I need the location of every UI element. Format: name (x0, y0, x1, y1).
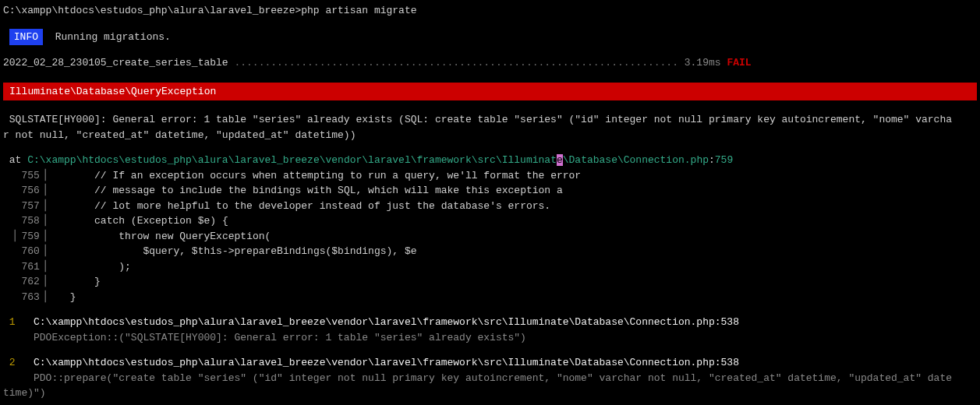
stack-2-head: 2 C:\xampp\htdocs\estudos_php\alura\lara… (3, 355, 977, 371)
info-line: INFO Running migrations. (3, 29, 977, 46)
code-759: ▕ 759▕ throw new QueryException( (3, 229, 977, 245)
at-lineno: 759 (715, 154, 733, 166)
stack-1-head: 1 C:\xampp\htdocs\estudos_php\alura\lara… (3, 315, 977, 330)
info-badge: INFO (9, 29, 43, 46)
at-line: at C:\xampp\htdocs\estudos_php\alura\lar… (3, 153, 977, 168)
code-762: 762▕ } (3, 274, 977, 290)
prompt-path: C:\xampp\htdocs\estudos_php\alura\larave… (3, 5, 301, 16)
code-755: 755▕ // If an exception occurs when atte… (3, 168, 977, 184)
migration-status: FAIL (727, 57, 751, 69)
info-text: Running migrations. (43, 31, 171, 43)
at-path-1: C:\xampp\htdocs\estudos_php\alura\larave… (27, 154, 557, 166)
code-756: 756▕ // message to include the bindings … (3, 183, 977, 199)
migration-line: 2022_02_28_230105_create_series_table ..… (3, 55, 977, 71)
code-757: 757▕ // lot more helpful to the develope… (3, 199, 977, 214)
migration-name: 2022_02_28_230105_create_series_table (3, 57, 228, 69)
command-text: php artisan migrate (301, 5, 416, 16)
at-path-highlight: e (557, 154, 563, 166)
sqlstate-line-2: r not null, "created_at" datetime, "upda… (3, 128, 977, 143)
migration-dots: ........................................… (228, 57, 685, 69)
code-763: 763▕ } (3, 290, 977, 305)
migration-ms: 3.19ms (685, 57, 727, 69)
at-path-2: \Database\Connection.php (563, 154, 709, 166)
stack-2-detail-2: time)") (3, 386, 977, 401)
code-760: 760▕ $query, $this->prepareBindings($bin… (3, 244, 977, 259)
prompt-line-1[interactable]: C:\xampp\htdocs\estudos_php\alura\larave… (3, 3, 977, 19)
at-colon: : (709, 154, 715, 166)
stack-2-detail-1: PDO::prepare("create table "series" ("id… (3, 371, 977, 386)
stack-1-detail: PDOException::("SQLSTATE[HY000]: General… (3, 330, 977, 346)
at-prefix: at (3, 154, 27, 166)
error-header: Illuminate\Database\QueryException (3, 83, 977, 101)
sqlstate-line-1: SQLSTATE[HY000]: General error: 1 table … (3, 112, 977, 128)
code-758: 758▕ catch (Exception $e) { (3, 213, 977, 229)
code-761: 761▕ ); (3, 259, 977, 275)
